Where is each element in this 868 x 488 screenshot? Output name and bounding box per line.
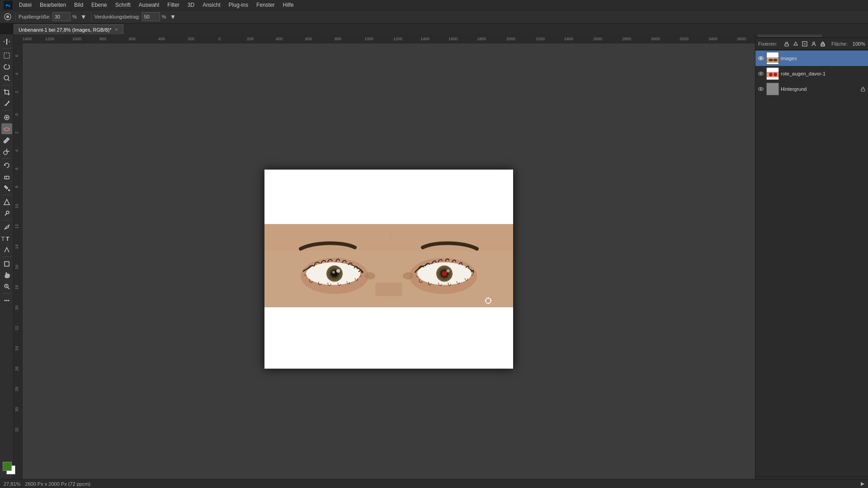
eyedropper-tool[interactable] [1,98,12,109]
menu-plugins[interactable]: Plug-ins [225,1,252,9]
pen-tool[interactable] [1,222,12,233]
lock-pixels-icon[interactable] [792,40,800,48]
svg-text:18: 18 [14,285,19,290]
tab-close-button[interactable]: × [114,27,118,33]
svg-point-129 [769,59,773,61]
svg-text:200: 200 [247,37,254,41]
svg-point-93 [336,269,340,273]
svg-text:20: 20 [14,305,19,310]
svg-text:3400: 3400 [708,37,717,41]
shape-tool[interactable] [1,258,12,269]
svg-rect-124 [821,44,825,46]
divider2 [91,13,92,21]
brush-size-dropdown[interactable]: ▼ [79,12,89,22]
svg-rect-139 [861,89,865,91]
layer-visibility-rote-augen[interactable] [757,70,764,77]
text-tool[interactable]: T T [1,233,12,244]
more-tools-button[interactable] [1,295,12,306]
app-logo: Ps [4,0,13,9]
svg-text:600: 600 [305,37,312,41]
history-brush-tool[interactable] [1,160,12,171]
brush-size-input[interactable] [52,12,71,21]
svg-text:0: 0 [14,113,19,116]
svg-text:2800: 2800 [622,37,631,41]
svg-text:26: 26 [14,366,19,371]
svg-text:1800: 1800 [477,37,486,41]
menu-datei[interactable]: Datei [15,1,35,9]
tool-sep1 [2,48,11,49]
layer-name-images: images [781,56,866,61]
svg-text:12: 12 [14,224,19,229]
darkening-dropdown[interactable]: ▼ [168,12,178,22]
quick-select-tool[interactable] [1,73,12,84]
brush-tool[interactable] [1,135,12,145]
crop-tool[interactable] [1,87,12,98]
layer-thumbnail-hintergrund [766,83,779,95]
svg-text:200: 200 [188,37,194,41]
svg-text:6: 6 [14,55,19,57]
paint-bucket-tool[interactable] [1,183,12,193]
layer-visibility-images[interactable] [757,55,764,62]
svg-point-126 [760,57,762,59]
dodge-tool[interactable] [1,208,12,219]
menu-auswahl[interactable]: Auswahl [135,1,163,9]
tool-sep8 [2,293,11,294]
menu-schrift[interactable]: Schrift [112,1,134,9]
layer-visibility-hintergrund[interactable] [757,85,764,93]
menu-ebene[interactable]: Ebene [88,1,111,9]
lock-artboard-icon[interactable] [810,40,818,48]
tab-title: Unbenannt-1 bei 27,8% (Images, RGB/8)* [19,27,111,33]
svg-line-70 [5,213,7,216]
red-eye-tool[interactable] [1,123,12,134]
menu-bearbeiten[interactable]: Bearbeiten [36,1,70,9]
svg-point-78 [6,300,7,301]
canvas-bottom-white [264,308,513,369]
svg-text:2400: 2400 [564,37,573,41]
svg-point-85 [409,239,410,240]
menu-bild[interactable]: Bild [71,1,87,9]
path-selection-tool[interactable] [1,244,12,255]
svg-text:800: 800 [99,37,106,41]
foreground-color-box[interactable] [3,462,12,471]
svg-text:2600: 2600 [593,37,602,41]
left-toolbar: T T [0,34,14,479]
layer-row-hintergrund[interactable]: Hintergrund [755,81,868,97]
menu-3d[interactable]: 3D [184,1,198,9]
lock-position-icon[interactable] [801,40,809,48]
tool-preset-icon[interactable] [3,12,13,22]
layer-row-rote-augen[interactable]: rote_augen_davor-1 [755,66,868,81]
doc-info-display: 2600 Px x 2000 Px (72 ppcm) [25,481,90,487]
menu-hilfe[interactable]: Hilfe [279,1,297,9]
svg-point-104 [364,272,375,280]
healing-brush-tool[interactable] [1,112,12,123]
layer-row-images[interactable]: images [755,51,868,66]
tool-sep4 [2,158,11,159]
menu-fenster[interactable]: Fenster [253,1,278,9]
menu-filter[interactable]: Filter [164,1,183,9]
svg-line-74 [8,287,9,289]
svg-point-94 [332,271,335,274]
svg-text:4: 4 [14,150,19,152]
clone-stamp-tool[interactable] [1,146,12,157]
svg-text:1400: 1400 [23,37,32,41]
svg-point-63 [5,128,8,131]
hand-tool[interactable] [1,270,12,281]
document-tab[interactable]: Unbenannt-1 bei 27,8% (Images, RGB/8)* × [14,24,123,34]
menu-ansicht[interactable]: Ansicht [199,1,224,9]
svg-text:400: 400 [158,37,165,41]
lock-transparent-icon[interactable] [783,40,791,48]
svg-marker-54 [4,38,10,45]
svg-text:800: 800 [335,37,341,41]
svg-text:1200: 1200 [45,37,54,41]
fill-value: 100% [849,41,865,47]
lasso-tool[interactable] [1,61,12,72]
zoom-tool[interactable] [1,281,12,292]
lock-all-icon[interactable] [819,40,827,48]
canvas-eyes-image [264,224,513,308]
darkening-input[interactable] [142,12,160,21]
move-tool[interactable] [1,36,12,47]
eraser-tool[interactable] [1,171,12,182]
marquee-tool[interactable] [1,50,12,61]
svg-text:400: 400 [276,37,283,41]
blur-tool[interactable] [1,197,12,207]
